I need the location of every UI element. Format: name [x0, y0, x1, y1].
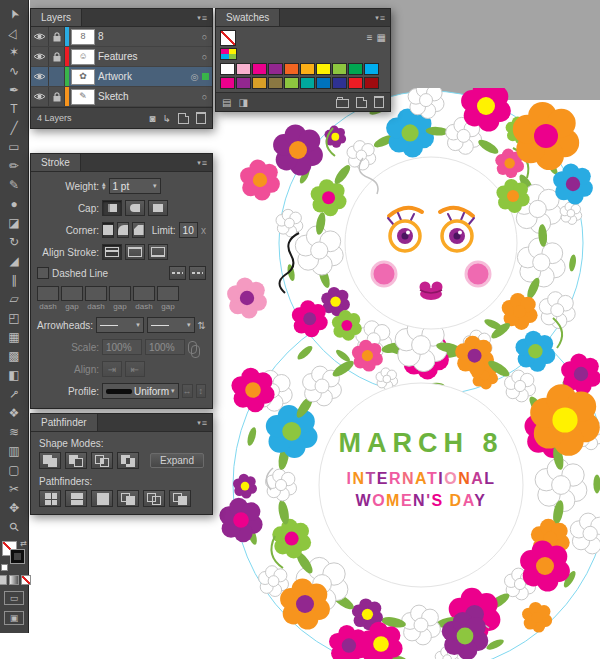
lasso-tool[interactable]: ∿: [2, 61, 26, 80]
perspective-grid-tool[interactable]: ▦: [2, 327, 26, 346]
color-swatch[interactable]: [300, 77, 315, 89]
color-swatch[interactable]: [236, 77, 251, 89]
expand-button[interactable]: Expand: [150, 453, 204, 468]
make-clipping-mask-icon[interactable]: ◙: [150, 113, 156, 124]
zoom-tool[interactable]: ⚲: [2, 517, 26, 536]
cap-butt-button[interactable]: [102, 200, 122, 216]
swatch-libraries-icon[interactable]: ▤: [222, 97, 231, 108]
panel-menu-icon[interactable]: ▾≡: [197, 9, 212, 26]
merge-button[interactable]: [91, 490, 113, 507]
swatch-group-icon[interactable]: [220, 48, 237, 60]
arrowhead-start-select[interactable]: ▾: [96, 317, 144, 333]
layer-row[interactable]: ✿ Artwork ◎: [31, 67, 212, 87]
type-tool[interactable]: T: [2, 99, 26, 118]
layer-row[interactable]: 8 8 ○: [31, 27, 212, 47]
divide-button[interactable]: [39, 490, 61, 507]
tab-layers[interactable]: Layers: [31, 9, 82, 26]
rotate-tool[interactable]: ↻: [2, 232, 26, 251]
new-layer-icon[interactable]: [178, 113, 189, 124]
intersect-button[interactable]: [91, 452, 113, 469]
exclude-button[interactable]: [117, 452, 139, 469]
minus-front-button[interactable]: [65, 452, 87, 469]
flip-across-icon[interactable]: ↕: [196, 384, 206, 398]
dash-field-2[interactable]: [85, 286, 107, 301]
new-color-group-icon[interactable]: [336, 96, 349, 108]
layer-target-icon[interactable]: ◎: [187, 72, 202, 82]
eyedropper-tool[interactable]: ⊸: [2, 384, 26, 403]
tab-swatches[interactable]: Swatches: [216, 9, 280, 26]
corner-round-button[interactable]: [117, 222, 129, 238]
unite-button[interactable]: [39, 452, 61, 469]
color-swatch[interactable]: [220, 77, 235, 89]
layer-row[interactable]: ✎ Sketch ○: [31, 87, 212, 107]
lock-toggle-icon[interactable]: [49, 67, 65, 86]
panel-menu-icon[interactable]: ▾≡: [375, 9, 390, 26]
layer-name[interactable]: Artwork: [98, 71, 187, 82]
align-dashes-button[interactable]: [189, 266, 206, 280]
color-swatch[interactable]: [348, 77, 363, 89]
layer-name[interactable]: 8: [98, 31, 197, 42]
drawing-mode-button[interactable]: ▭: [4, 591, 24, 605]
dash-field-1[interactable]: [37, 286, 59, 301]
align-stroke-outside-button[interactable]: [148, 244, 168, 260]
layer-target-icon[interactable]: ○: [197, 92, 212, 102]
delete-swatch-icon[interactable]: [374, 96, 384, 108]
dashed-line-checkbox[interactable]: [37, 267, 49, 279]
cap-round-button[interactable]: [125, 200, 145, 216]
color-swatch[interactable]: [284, 63, 299, 75]
gap-field-3[interactable]: [157, 286, 179, 301]
color-swatch[interactable]: [284, 77, 299, 89]
color-swatch[interactable]: [268, 63, 283, 75]
preserve-dashes-button[interactable]: [169, 266, 186, 280]
slice-tool[interactable]: ✂: [2, 479, 26, 498]
color-swatch[interactable]: [252, 63, 267, 75]
none-swatch[interactable]: [220, 30, 236, 46]
link-scale-icon[interactable]: [188, 341, 197, 354]
color-swatch[interactable]: [220, 63, 235, 75]
column-graph-tool[interactable]: ▥: [2, 441, 26, 460]
blend-tool[interactable]: ❖: [2, 403, 26, 422]
magic-wand-tool[interactable]: ✶: [2, 42, 26, 61]
color-swatch[interactable]: [316, 63, 331, 75]
swap-arrowheads-icon[interactable]: ⇅: [198, 320, 206, 331]
cap-projecting-button[interactable]: [148, 200, 168, 216]
gradient-tool[interactable]: ◧: [2, 365, 26, 384]
layer-target-icon[interactable]: ○: [197, 32, 212, 42]
mesh-tool[interactable]: ▩: [2, 346, 26, 365]
visibility-toggle-eye-icon[interactable]: [31, 67, 49, 86]
blob-brush-tool[interactable]: ●: [2, 194, 26, 213]
lock-toggle-icon[interactable]: [49, 87, 65, 106]
gradient-button[interactable]: [9, 575, 19, 585]
default-colors-icon[interactable]: [1, 564, 8, 571]
color-swatch[interactable]: [364, 77, 379, 89]
color-swatch[interactable]: [252, 77, 267, 89]
color-swatch[interactable]: [300, 63, 315, 75]
free-transform-tool[interactable]: ▱: [2, 289, 26, 308]
dash-field-3[interactable]: [133, 286, 155, 301]
arrow-align-end-button[interactable]: ⇤: [125, 361, 145, 377]
corner-bevel-button[interactable]: [132, 222, 144, 238]
gap-field-1[interactable]: [61, 286, 83, 301]
line-segment-tool[interactable]: ╱: [2, 118, 26, 137]
shape-builder-tool[interactable]: ◰: [2, 308, 26, 327]
grid-view-icon[interactable]: ▦: [377, 33, 386, 43]
visibility-toggle-eye-icon[interactable]: [31, 87, 49, 106]
visibility-toggle-eye-icon[interactable]: [31, 27, 49, 46]
symbol-sprayer-tool[interactable]: ≋: [2, 422, 26, 441]
arrow-scale-start-field[interactable]: 100%: [102, 339, 142, 355]
color-swatch[interactable]: [268, 77, 283, 89]
weight-field[interactable]: 1 pt▾: [109, 178, 161, 194]
new-sublayer-icon[interactable]: ↳: [163, 113, 171, 124]
visibility-toggle-eye-icon[interactable]: [31, 47, 49, 66]
arrowhead-end-select[interactable]: ▾: [147, 317, 195, 333]
panel-menu-icon[interactable]: ▾≡: [197, 154, 212, 171]
eraser-tool[interactable]: ◪: [2, 213, 26, 232]
tab-pathfinder[interactable]: Pathfinder: [31, 414, 98, 431]
panel-menu-icon[interactable]: ▾≡: [197, 414, 212, 431]
color-swatch[interactable]: [332, 63, 347, 75]
arrow-align-tip-button[interactable]: ⇥: [102, 361, 122, 377]
none-button[interactable]: [21, 575, 31, 585]
weight-stepper[interactable]: ▴▾: [102, 182, 106, 190]
paintbrush-tool[interactable]: ✏: [2, 156, 26, 175]
minus-back-button[interactable]: [169, 490, 191, 507]
